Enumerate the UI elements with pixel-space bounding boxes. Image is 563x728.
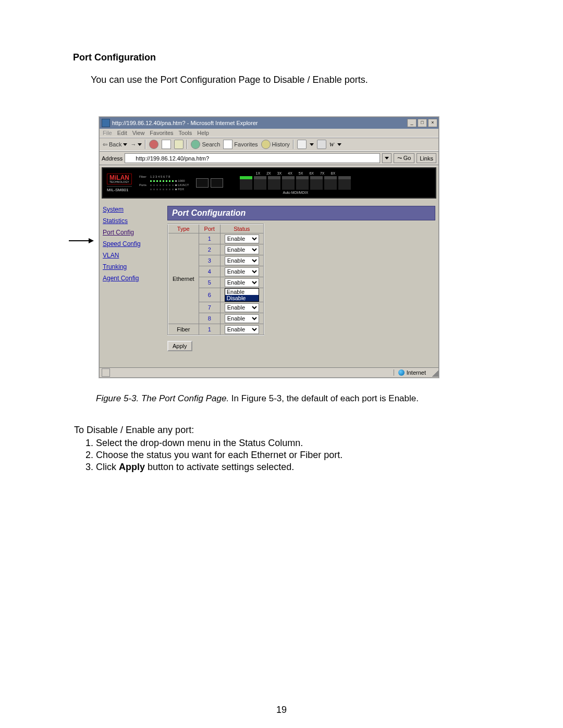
status-select-4[interactable]: Enable — [225, 267, 259, 276]
port-cell: 4 — [199, 266, 220, 277]
sidebar-item-system[interactable]: System — [103, 206, 161, 213]
intro-text: You can use the Port Configuration Page … — [91, 75, 490, 85]
ie-icon — [102, 119, 110, 127]
status-page-icon — [102, 368, 110, 377]
home-icon[interactable] — [174, 140, 183, 149]
sidebar-item-statistics[interactable]: Statistics — [103, 217, 161, 225]
port-cell: 8 — [199, 313, 220, 324]
maximize-button[interactable]: □ — [418, 119, 427, 127]
port-table: Type Port Status Ethernet 1 Enable 2Enab… — [167, 224, 264, 336]
security-zone: Internet — [394, 369, 430, 376]
refresh-icon[interactable] — [162, 140, 171, 149]
device-model: MIL-SM801 — [107, 186, 132, 192]
search-button[interactable]: Search — [191, 140, 220, 149]
status-select-8[interactable]: Enable — [225, 314, 259, 323]
port-cell: 5 — [199, 277, 220, 288]
type-fiber: Fiber — [168, 324, 199, 336]
stop-icon[interactable] — [149, 140, 158, 149]
toolbar: ⇦ Back → Search Favorites History W — [100, 138, 438, 151]
history-button[interactable]: History — [261, 140, 290, 149]
menu-favorites[interactable]: Favorites — [150, 130, 173, 136]
history-icon — [261, 140, 271, 149]
status-select-2[interactable]: Enable — [225, 245, 259, 254]
edit-icon[interactable]: W — [329, 141, 334, 147]
port-cell: 6 — [199, 288, 220, 302]
port-cell: 2 — [199, 244, 220, 255]
led-panel: Fiber1 2 3 4 5 6 7 8 ■ 1000 Ports ■ LK/A… — [139, 175, 189, 191]
steps-list: Select the drop-down menu in the Status … — [85, 438, 490, 473]
window-title: http://199.86.12.40/pna.htm? - Microsoft… — [112, 120, 407, 126]
sidebar-item-vlan[interactable]: VLAN — [103, 252, 161, 259]
window-titlebar: http://199.86.12.40/pna.htm? - Microsoft… — [100, 117, 438, 129]
close-button[interactable]: × — [428, 119, 437, 127]
sidebar-item-trunking[interactable]: Trunking — [103, 263, 161, 270]
option-enable[interactable]: Enable — [225, 289, 259, 295]
apply-button[interactable]: Apply — [167, 341, 192, 351]
menu-help[interactable]: Help — [197, 130, 209, 136]
resize-grip-icon[interactable] — [430, 368, 438, 377]
port-cell: 7 — [199, 302, 220, 313]
sidebar: System Statistics Port Config Speed Conf… — [100, 201, 164, 367]
status-select-3[interactable]: Enable — [225, 256, 259, 265]
status-bar: Internet — [100, 367, 438, 377]
address-bar: Address ⤳ Go Links — [100, 151, 438, 165]
arrow-icon — [69, 238, 94, 244]
figure: http://199.86.12.40/pna.htm? - Microsoft… — [99, 117, 490, 378]
steps-intro: To Disable / Enable any port: — [74, 425, 490, 436]
back-button[interactable]: ⇦ Back — [103, 141, 127, 148]
browser-window: http://199.86.12.40/pna.htm? - Microsoft… — [99, 117, 439, 378]
sidebar-item-speed[interactable]: Speed Config — [103, 240, 161, 248]
status-select-7[interactable]: Enable — [225, 303, 259, 312]
menu-tools[interactable]: Tools — [179, 130, 192, 136]
step-2: Choose the status you want for each Ethe… — [96, 450, 490, 461]
menu-file[interactable]: File — [103, 130, 112, 136]
favorites-button[interactable]: Favorites — [223, 140, 258, 149]
port-cell: 3 — [199, 255, 220, 266]
step-1: Select the drop-down menu in the Status … — [96, 438, 490, 449]
page-number: 19 — [0, 705, 563, 715]
menu-bar: File Edit View Favorites Tools Help — [100, 129, 438, 138]
address-dropdown-button[interactable] — [382, 153, 391, 163]
th-status: Status — [220, 224, 264, 233]
type-ethernet: Ethernet — [168, 233, 199, 324]
fiber-slots — [196, 178, 223, 188]
status-select-1[interactable]: Enable — [225, 235, 259, 243]
sidebar-item-agent[interactable]: Agent Config — [103, 275, 161, 282]
panel-title: Port Configuration — [167, 206, 435, 220]
minimize-button[interactable]: _ — [407, 119, 417, 127]
address-input[interactable] — [125, 153, 380, 163]
mail-icon[interactable] — [297, 140, 307, 149]
go-button[interactable]: ⤳ Go — [394, 153, 415, 163]
status-select-5[interactable]: Enable — [225, 278, 259, 287]
status-select-fiber-1[interactable]: Enable — [225, 325, 259, 334]
globe-icon — [398, 369, 405, 376]
print-icon[interactable] — [317, 140, 326, 149]
step-3: Click Apply button to activate settings … — [96, 462, 490, 473]
automdi-label: Auto MDI/MDIX — [283, 191, 309, 194]
forward-button[interactable]: → — [130, 141, 142, 147]
address-label: Address — [102, 155, 123, 162]
page-content: MiLAN TECHNOLOGY MIL-SM801 Fiber1 2 3 4 … — [100, 167, 438, 367]
brand-logo: MiLAN TECHNOLOGY — [107, 174, 132, 184]
port-cell: 1 — [199, 324, 220, 336]
sidebar-item-portconfig[interactable]: Port Config — [103, 229, 161, 236]
option-disable[interactable]: Disable — [225, 295, 259, 301]
device-banner: MiLAN TECHNOLOGY MIL-SM801 Fiber1 2 3 4 … — [102, 167, 436, 199]
svg-marker-1 — [89, 238, 94, 243]
menu-edit[interactable]: Edit — [117, 130, 127, 136]
port-cell: 1 — [199, 233, 220, 244]
search-icon — [191, 140, 200, 149]
menu-view[interactable]: View — [132, 130, 145, 136]
th-type: Type — [168, 224, 199, 233]
links-button[interactable]: Links — [417, 153, 436, 163]
favorites-icon — [223, 140, 232, 149]
port-diagram: 1X2X3X4X5X6X7X8X Auto MDI/MDIX — [240, 171, 351, 194]
th-port: Port — [199, 224, 220, 233]
section-heading: Port Configuration — [73, 52, 490, 63]
figure-caption: Figure 5-3. The Port Config Page. In Fig… — [96, 393, 490, 404]
status-select-6-open[interactable]: Enable Disable — [225, 288, 259, 302]
main-panel: Port Configuration Type Port Status Ethe… — [164, 201, 438, 367]
